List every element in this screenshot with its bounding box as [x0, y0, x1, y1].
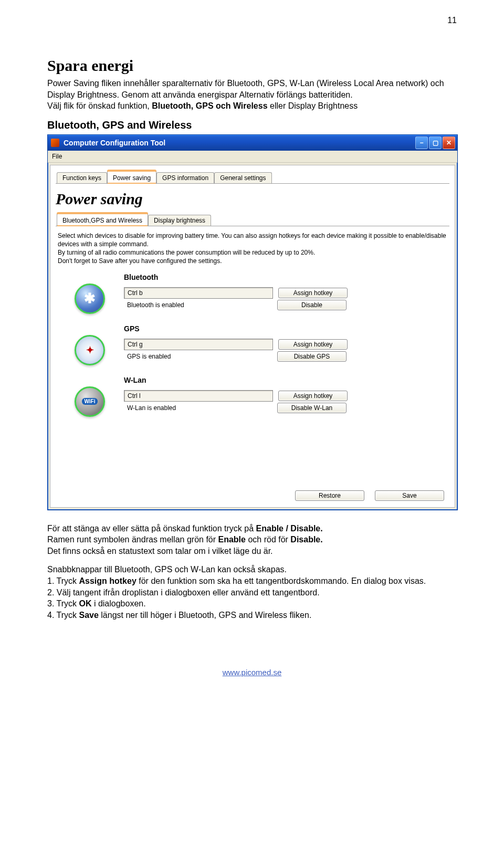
bluetooth-icon	[75, 284, 105, 314]
post-p2-b: och röd för	[246, 535, 290, 544]
panel-title: Power saving	[56, 190, 449, 208]
tab-power-saving[interactable]: Power saving	[107, 171, 156, 184]
post-p2-a: Ramen runt symbolen ändras mellan grön f…	[47, 535, 218, 544]
device-block-bluetooth: Bluetooth Ctrl b Assign hotkey Bluetooth…	[56, 273, 449, 314]
bluetooth-disable-button[interactable]: Disable	[277, 300, 346, 310]
post2-l5-bold: Save	[79, 611, 98, 620]
post-paragraph-2: Snabbknappar till Bluetooth, GPS och W-L…	[47, 564, 457, 621]
gps-title: GPS	[124, 324, 449, 333]
minimize-button[interactable]: −	[415, 137, 428, 149]
post-p2-bold1: Enable	[218, 535, 246, 544]
wlan-assign-hotkey-button[interactable]: Assign hotkey	[278, 391, 348, 401]
description-text: Select which devices to disable for impr…	[58, 232, 447, 266]
maximize-button[interactable]: ▢	[429, 137, 442, 149]
subheading-bt-gps-wireless: Bluetooth, GPS and Wireless	[47, 119, 457, 131]
intro-text-3: eller Display Brightness	[268, 101, 358, 110]
window-title: Computer Configuration Tool	[64, 139, 415, 147]
intro-paragraph: Power Saving fliken innehåller sparalter…	[47, 78, 457, 112]
device-block-wlan: W-Lan WiFi Ctrl l Assign hotkey W-Lan is…	[56, 376, 449, 417]
menu-file[interactable]: File	[52, 153, 62, 160]
post2-l2-a: 1. Tryck	[47, 576, 79, 585]
subtab-display-brightness[interactable]: Display brightness	[148, 215, 211, 226]
post-p2-bold2: Disable.	[290, 535, 322, 544]
post2-l4-b: i dialogboxen.	[91, 599, 145, 608]
post-p1-bold1: Enable / Disable.	[256, 524, 323, 533]
sub-tabbar: Bluetooth,GPS and Wireless Display brigh…	[56, 211, 449, 226]
gps-hotkey-field: Ctrl g	[124, 339, 273, 350]
gps-status: GPS is enabled	[124, 351, 272, 362]
gps-disable-button[interactable]: Disable GPS	[277, 351, 346, 362]
post-p3: Det finns också en statustext som talar …	[47, 547, 273, 555]
close-button[interactable]: ✕	[443, 137, 455, 149]
wifi-icon: WiFi	[75, 386, 105, 417]
subtab-bt-gps-wireless[interactable]: Bluetooth,GPS and Wireless	[57, 213, 148, 226]
page-number: 11	[47, 16, 457, 25]
post2-l3: 2. Välj tangent ifrån droplistan i dialo…	[47, 588, 320, 597]
bluetooth-status: Bluetooth is enabled	[124, 300, 272, 310]
footer-url[interactable]: www.picomed.se	[47, 668, 457, 677]
post2-l1: Snabbknappar till Bluetooth, GPS och W-L…	[47, 565, 287, 574]
menubar: File	[48, 151, 457, 163]
post2-l4-a: 3. Tryck	[47, 599, 79, 608]
config-tool-window: Computer Configuration Tool − ▢ ✕ File F…	[47, 134, 458, 510]
wlan-status: W-Lan is enabled	[124, 403, 272, 413]
wlan-title: W-Lan	[124, 376, 449, 384]
app-icon	[51, 139, 59, 147]
wlan-hotkey-field: Ctrl l	[124, 390, 273, 402]
save-button[interactable]: Save	[375, 490, 444, 501]
intro-text-2: Välj flik för önskad funktion,	[47, 101, 152, 110]
post2-l5-a: 4. Tryck	[47, 611, 79, 620]
tab-function-keys[interactable]: Function keys	[57, 172, 107, 183]
bluetooth-assign-hotkey-button[interactable]: Assign hotkey	[278, 288, 348, 298]
wlan-disable-button[interactable]: Disable W-Lan	[277, 403, 346, 413]
post2-l4-bold: OK	[79, 599, 91, 608]
desc-line-1: Select which devices to disable for impr…	[58, 232, 446, 248]
bluetooth-hotkey-field: Ctrl b	[124, 287, 273, 299]
main-tabbar: Function keys Power saving GPS informati…	[56, 169, 449, 184]
heading-spara-energi: Spara energi	[47, 57, 457, 75]
post2-l5-b: längst ner till höger i Bluetooth, GPS a…	[99, 611, 312, 620]
device-block-gps: GPS Ctrl g Assign hotkey GPS is enabled	[56, 324, 449, 365]
tab-gps-information[interactable]: GPS information	[156, 172, 214, 183]
intro-bold: Bluetooth, GPS och Wireless	[152, 101, 267, 110]
post-p1-a: För att stänga av eller sätta på önskad …	[47, 524, 256, 533]
bluetooth-title: Bluetooth	[124, 273, 449, 281]
tab-general-settings[interactable]: General settings	[214, 172, 271, 183]
main-panel: Function keys Power saving GPS informati…	[50, 165, 455, 508]
post-paragraph-1: För att stänga av eller sätta på önskad …	[47, 523, 457, 557]
post2-l2-b: för den funktion som ska ha ett tangentb…	[136, 576, 426, 585]
gps-icon	[75, 335, 105, 365]
desc-line-3: Don't forget to Save after you have conf…	[58, 257, 222, 265]
intro-text-1: Power Saving fliken innehåller sparalter…	[47, 79, 444, 99]
restore-button[interactable]: Restore	[295, 490, 364, 501]
desc-line-2: By turning of all radio communications t…	[58, 249, 315, 256]
post2-l2-bold: Assign hotkey	[79, 576, 136, 585]
gps-assign-hotkey-button[interactable]: Assign hotkey	[278, 339, 348, 350]
window-titlebar[interactable]: Computer Configuration Tool − ▢ ✕	[48, 135, 457, 151]
